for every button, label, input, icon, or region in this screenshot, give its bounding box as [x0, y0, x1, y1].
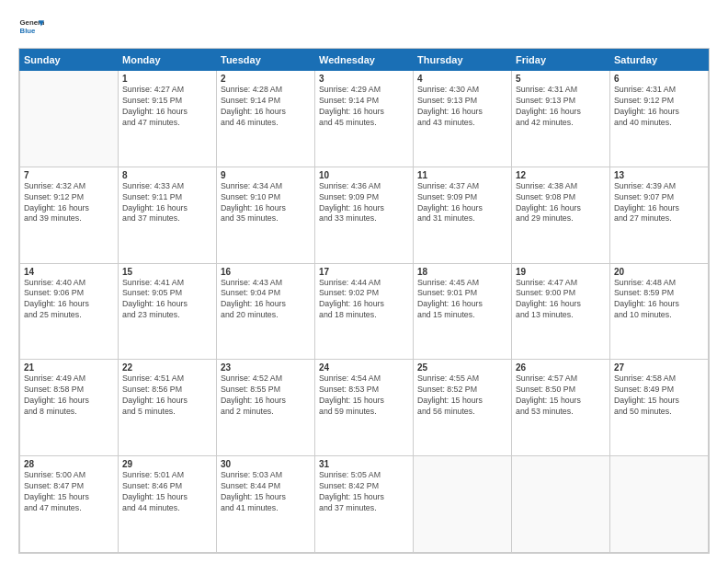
day-number: 18 — [417, 267, 507, 277]
day-info: Sunrise: 4:32 AM Sunset: 9:12 PM Dayligh… — [24, 181, 114, 225]
calendar-cell: 1Sunrise: 4:27 AM Sunset: 9:15 PM Daylig… — [119, 71, 217, 167]
day-number: 24 — [319, 362, 409, 373]
calendar-cell: 13Sunrise: 4:39 AM Sunset: 9:07 PM Dayli… — [610, 167, 709, 263]
day-number: 19 — [516, 267, 606, 277]
day-info: Sunrise: 4:45 AM Sunset: 9:01 PM Dayligh… — [417, 278, 507, 322]
calendar-cell — [512, 456, 610, 553]
day-info: Sunrise: 4:44 AM Sunset: 9:02 PM Dayligh… — [319, 278, 409, 322]
day-info: Sunrise: 4:55 AM Sunset: 8:52 PM Dayligh… — [417, 373, 507, 418]
week-row-5: 28Sunrise: 5:00 AM Sunset: 8:47 PM Dayli… — [20, 456, 709, 553]
week-row-1: 1Sunrise: 4:27 AM Sunset: 9:15 PM Daylig… — [20, 71, 709, 167]
week-row-4: 21Sunrise: 4:49 AM Sunset: 8:58 PM Dayli… — [20, 360, 709, 456]
calendar-cell — [610, 456, 709, 553]
day-info: Sunrise: 4:39 AM Sunset: 9:07 PM Dayligh… — [614, 181, 704, 225]
calendar-cell: 28Sunrise: 5:00 AM Sunset: 8:47 PM Dayli… — [20, 456, 119, 553]
day-number: 1 — [122, 74, 212, 84]
header: General Blue — [18, 15, 710, 40]
calendar-cell: 7Sunrise: 4:32 AM Sunset: 9:12 PM Daylig… — [20, 167, 119, 263]
day-info: Sunrise: 4:30 AM Sunset: 9:13 PM Dayligh… — [417, 85, 507, 129]
day-number: 26 — [516, 362, 606, 373]
logo-icon: General Blue — [18, 15, 44, 40]
day-number: 17 — [319, 267, 409, 277]
calendar: SundayMondayTuesdayWednesdayThursdayFrid… — [18, 48, 710, 554]
day-info: Sunrise: 4:54 AM Sunset: 8:53 PM Dayligh… — [319, 373, 409, 418]
day-info: Sunrise: 4:51 AM Sunset: 8:56 PM Dayligh… — [122, 373, 212, 418]
calendar-cell: 15Sunrise: 4:41 AM Sunset: 9:05 PM Dayli… — [119, 263, 217, 360]
calendar-cell: 2Sunrise: 4:28 AM Sunset: 9:14 PM Daylig… — [217, 71, 315, 167]
calendar-cell: 24Sunrise: 4:54 AM Sunset: 8:53 PM Dayli… — [315, 360, 414, 456]
calendar-cell: 22Sunrise: 4:51 AM Sunset: 8:56 PM Dayli… — [119, 360, 217, 456]
calendar-cell: 5Sunrise: 4:31 AM Sunset: 9:13 PM Daylig… — [512, 71, 610, 167]
day-number: 27 — [614, 362, 704, 373]
day-info: Sunrise: 4:38 AM Sunset: 9:08 PM Dayligh… — [516, 181, 606, 225]
calendar-header-row: SundayMondayTuesdayWednesdayThursdayFrid… — [20, 50, 709, 71]
day-info: Sunrise: 5:00 AM Sunset: 8:47 PM Dayligh… — [24, 470, 114, 514]
calendar-cell: 25Sunrise: 4:55 AM Sunset: 8:52 PM Dayli… — [414, 360, 512, 456]
calendar-cell: 23Sunrise: 4:52 AM Sunset: 8:55 PM Dayli… — [217, 360, 315, 456]
day-info: Sunrise: 4:40 AM Sunset: 9:06 PM Dayligh… — [24, 278, 114, 322]
day-info: Sunrise: 4:31 AM Sunset: 9:13 PM Dayligh… — [516, 85, 606, 129]
day-number: 10 — [319, 170, 409, 180]
day-info: Sunrise: 4:36 AM Sunset: 9:09 PM Dayligh… — [319, 181, 409, 225]
calendar-cell: 31Sunrise: 5:05 AM Sunset: 8:42 PM Dayli… — [315, 456, 414, 553]
day-header-tuesday: Tuesday — [217, 50, 315, 71]
day-number: 11 — [417, 170, 507, 180]
day-info: Sunrise: 4:28 AM Sunset: 9:14 PM Dayligh… — [221, 85, 311, 129]
day-header-saturday: Saturday — [610, 50, 709, 71]
calendar-cell: 3Sunrise: 4:29 AM Sunset: 9:14 PM Daylig… — [315, 71, 414, 167]
svg-text:Blue: Blue — [20, 27, 37, 35]
calendar-cell: 10Sunrise: 4:36 AM Sunset: 9:09 PM Dayli… — [315, 167, 414, 263]
calendar-cell: 30Sunrise: 5:03 AM Sunset: 8:44 PM Dayli… — [217, 456, 315, 553]
day-number: 2 — [221, 74, 311, 84]
calendar-cell: 8Sunrise: 4:33 AM Sunset: 9:11 PM Daylig… — [119, 167, 217, 263]
day-info: Sunrise: 4:41 AM Sunset: 9:05 PM Dayligh… — [122, 278, 212, 322]
day-info: Sunrise: 4:49 AM Sunset: 8:58 PM Dayligh… — [24, 373, 114, 418]
day-number: 16 — [221, 267, 311, 277]
day-number: 28 — [24, 459, 114, 469]
day-info: Sunrise: 4:48 AM Sunset: 8:59 PM Dayligh… — [614, 278, 704, 322]
day-info: Sunrise: 5:01 AM Sunset: 8:46 PM Dayligh… — [122, 470, 212, 514]
day-number: 20 — [614, 267, 704, 277]
day-number: 3 — [319, 74, 409, 84]
day-number: 6 — [614, 74, 704, 84]
calendar-cell — [414, 456, 512, 553]
day-info: Sunrise: 4:37 AM Sunset: 9:09 PM Dayligh… — [417, 181, 507, 225]
day-number: 8 — [122, 170, 212, 180]
calendar-cell: 12Sunrise: 4:38 AM Sunset: 9:08 PM Dayli… — [512, 167, 610, 263]
calendar-cell: 18Sunrise: 4:45 AM Sunset: 9:01 PM Dayli… — [414, 263, 512, 360]
day-number: 22 — [122, 362, 212, 373]
day-info: Sunrise: 4:27 AM Sunset: 9:15 PM Dayligh… — [122, 85, 212, 129]
day-number: 29 — [122, 459, 212, 469]
day-info: Sunrise: 4:29 AM Sunset: 9:14 PM Dayligh… — [319, 85, 409, 129]
day-header-wednesday: Wednesday — [315, 50, 414, 71]
calendar-cell: 9Sunrise: 4:34 AM Sunset: 9:10 PM Daylig… — [217, 167, 315, 263]
calendar-cell: 17Sunrise: 4:44 AM Sunset: 9:02 PM Dayli… — [315, 263, 414, 360]
day-info: Sunrise: 5:03 AM Sunset: 8:44 PM Dayligh… — [221, 470, 311, 514]
day-info: Sunrise: 5:05 AM Sunset: 8:42 PM Dayligh… — [319, 470, 409, 514]
day-number: 7 — [24, 170, 114, 180]
day-header-monday: Monday — [119, 50, 217, 71]
day-header-friday: Friday — [512, 50, 610, 71]
day-info: Sunrise: 4:52 AM Sunset: 8:55 PM Dayligh… — [221, 373, 311, 418]
day-number: 23 — [221, 362, 311, 373]
calendar-cell: 11Sunrise: 4:37 AM Sunset: 9:09 PM Dayli… — [414, 167, 512, 263]
day-info: Sunrise: 4:31 AM Sunset: 9:12 PM Dayligh… — [614, 85, 704, 129]
calendar-cell: 26Sunrise: 4:57 AM Sunset: 8:50 PM Dayli… — [512, 360, 610, 456]
day-info: Sunrise: 4:57 AM Sunset: 8:50 PM Dayligh… — [516, 373, 606, 418]
day-number: 9 — [221, 170, 311, 180]
week-row-3: 14Sunrise: 4:40 AM Sunset: 9:06 PM Dayli… — [20, 263, 709, 360]
calendar-cell: 19Sunrise: 4:47 AM Sunset: 9:00 PM Dayli… — [512, 263, 610, 360]
day-number: 14 — [24, 267, 114, 277]
day-header-thursday: Thursday — [414, 50, 512, 71]
day-number: 12 — [516, 170, 606, 180]
day-info: Sunrise: 4:33 AM Sunset: 9:11 PM Dayligh… — [122, 181, 212, 225]
day-number: 15 — [122, 267, 212, 277]
day-number: 21 — [24, 362, 114, 373]
day-info: Sunrise: 4:58 AM Sunset: 8:49 PM Dayligh… — [614, 373, 704, 418]
day-info: Sunrise: 4:43 AM Sunset: 9:04 PM Dayligh… — [221, 278, 311, 322]
logo: General Blue — [18, 15, 48, 40]
calendar-cell — [20, 71, 119, 167]
calendar-cell: 16Sunrise: 4:43 AM Sunset: 9:04 PM Dayli… — [217, 263, 315, 360]
calendar-cell: 21Sunrise: 4:49 AM Sunset: 8:58 PM Dayli… — [20, 360, 119, 456]
calendar-cell: 6Sunrise: 4:31 AM Sunset: 9:12 PM Daylig… — [610, 71, 709, 167]
